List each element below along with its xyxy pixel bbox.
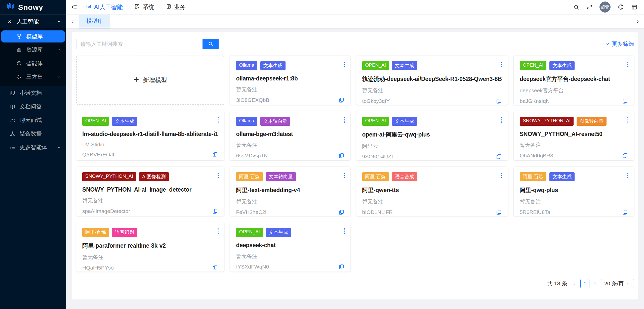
model-code-row: spaAiImageDetector (82, 208, 218, 214)
card-more-menu-icon[interactable] (344, 173, 345, 178)
card-more-menu-icon[interactable] (501, 173, 502, 178)
card-more-menu-icon[interactable] (501, 62, 502, 67)
card-more-menu-icon[interactable] (344, 117, 345, 123)
model-card[interactable]: SNOWY_PYTHON_AIAI图像检测 SNOWY_PYTHON_AI-ai… (76, 167, 224, 216)
copy-icon[interactable] (622, 153, 628, 159)
search-icon[interactable] (573, 4, 579, 10)
layout-icon[interactable] (631, 4, 637, 10)
avatar[interactable]: 超管 (599, 2, 611, 13)
search-button[interactable] (203, 39, 219, 49)
card-more-menu-icon[interactable] (218, 117, 219, 123)
model-title: SNOWY_PYTHON_AI-ai_image_detector (82, 186, 218, 193)
globe-icon[interactable] (618, 4, 624, 10)
model-card[interactable]: OPEN_AI文本生成 lm-studio-deepseek-r1-distil… (76, 111, 224, 160)
tabs-scroll-left-icon[interactable] (66, 15, 79, 28)
model-remark: 暂无备注 (362, 87, 502, 94)
topnav-label: AI人工智能 (94, 3, 123, 11)
pagination-total: 共 13 条 (547, 280, 567, 287)
copy-icon[interactable] (496, 209, 502, 215)
sidebar-item-model-library[interactable]: 模型库 (1, 30, 65, 42)
model-tag-row: SNOWY_PYTHON_AI图像转向量 (520, 117, 628, 126)
copy-icon[interactable] (212, 208, 218, 214)
model-code: spaAiImageDetector (82, 208, 130, 214)
model-card[interactable]: 阿里-百炼文本转向量 阿里-text-embedding-v4 暂无备注 FeV… (230, 167, 350, 216)
copy-icon[interactable] (338, 209, 344, 215)
card-more-menu-icon[interactable] (627, 173, 629, 178)
card-more-menu-icon[interactable] (501, 117, 502, 123)
search-input[interactable] (76, 39, 203, 49)
model-card[interactable]: OPEN_AI文本生成 轨迹流动-deepseek-ai/DeepSeek-R1… (356, 56, 508, 105)
more-filter-link[interactable]: 更多筛选 (605, 40, 634, 48)
card-more-menu-icon[interactable] (627, 117, 629, 123)
page-size-select[interactable]: 20 条/页 (601, 279, 634, 288)
model-tag: SNOWY_PYTHON_AI (520, 117, 574, 126)
sidebar-item-doc-qa[interactable]: 文档问答 (0, 100, 66, 113)
more-filter-label: 更多筛选 (612, 40, 634, 48)
topnav-item-system[interactable]: 系统 (134, 3, 154, 11)
snowy-logo-icon (6, 2, 15, 13)
brand-name: Snowy (18, 3, 43, 12)
copy-icon[interactable] (212, 152, 218, 158)
model-card[interactable]: 阿里-百炼文本生成 阿里-qwq-plus 暂无备注 5R6REiU8Ta (514, 167, 634, 216)
copy-icon[interactable] (622, 209, 628, 215)
topnav-item-ai[interactable]: AI人工智能 (86, 3, 123, 11)
model-card[interactable]: OPEN_AI文本生成 deepseek-chat 暂无备注 IYSXdFWqN… (230, 222, 350, 272)
model-card[interactable]: 阿里-百炼语音识别 阿里-paraformer-realtime-8k-v2 暂… (76, 222, 224, 272)
fullscreen-icon[interactable] (586, 4, 592, 10)
sidebar-item-agent[interactable]: 智能体 (0, 57, 66, 70)
sidebar: Snowy 人工智能 模型库 资源库 (0, 0, 66, 309)
model-card[interactable]: 阿里-百炼语音合成 阿里-qwen-tts 暂无备注 bIOD1NLIFR (356, 167, 508, 216)
top-header: AI人工智能 系统 业务 超管 (66, 0, 644, 14)
tabs-scroll-right-icon[interactable] (631, 15, 644, 28)
pagination-next-icon[interactable] (593, 281, 597, 286)
card-more-menu-icon[interactable] (627, 62, 629, 67)
sidebar-item-third-party[interactable]: 三方集 (0, 70, 66, 84)
model-code: 9SO6Cr4UZT (362, 154, 394, 160)
tab-bar: 模型库 (66, 15, 644, 29)
model-code: 6ssMDvspTN (236, 153, 268, 159)
topnav-label: 业务 (174, 3, 186, 11)
sidebar-group-ai[interactable]: 人工智能 (0, 14, 66, 28)
model-tag: 阿里-百炼 (362, 172, 389, 181)
card-more-menu-icon[interactable] (344, 228, 345, 234)
list-icon (10, 144, 16, 150)
copy-icon[interactable] (496, 154, 502, 160)
copy-icon[interactable] (622, 98, 628, 104)
model-tag-row: OPEN_AI文本生成 (236, 228, 344, 237)
copy-icon[interactable] (212, 265, 218, 271)
model-card[interactable]: SNOWY_PYTHON_AI图像转向量 SNOWY_PYTHON_AI-res… (514, 111, 634, 160)
sidebar-item-more-agents[interactable]: 更多智能体 (0, 141, 66, 154)
model-tag: 文本生成 (549, 172, 575, 181)
model-code-row: 9SO6Cr4UZT (362, 154, 502, 160)
model-tag: OPEN_AI (362, 61, 389, 70)
sidebar-item-label: 资源库 (26, 46, 43, 54)
sidebar-item-chat-interview[interactable]: 聊天面试 (0, 113, 66, 127)
copy-icon[interactable] (496, 98, 502, 104)
model-tag: 语音合成 (392, 172, 417, 181)
sidebar-item-aggregate-data[interactable]: 聚合数据 (0, 127, 66, 141)
pagination-page-1[interactable]: 1 (580, 279, 589, 288)
card-more-menu-icon[interactable] (218, 173, 219, 178)
topnav-item-business[interactable]: 业务 (166, 3, 186, 11)
menu-fold-icon[interactable] (71, 4, 77, 10)
card-more-menu-icon[interactable] (344, 62, 345, 67)
model-card[interactable]: OPEN_AI文本生成 opem-ai-阿里云-qwq-plus 阿里云 9SO… (356, 111, 508, 160)
model-card[interactable]: Ollama文本转向量 ollama-bge-m3:latest 暂无备注 6s… (230, 111, 350, 160)
card-more-menu-icon[interactable] (218, 228, 219, 234)
model-card[interactable]: Ollama文本生成 ollama-deepseek-r1:8b 暂无备注 3I… (230, 56, 350, 105)
sidebar-item-resource-library[interactable]: 资源库 (0, 43, 66, 57)
sidebar-item-snowy-docs[interactable]: 小诺文档 (0, 86, 66, 100)
model-card[interactable]: OPEN_AI文本生成 deepseek官方平台-deepseek-chat d… (514, 56, 634, 105)
copy-icon[interactable] (338, 153, 344, 159)
copy-icon[interactable] (338, 264, 344, 270)
tab-model-library[interactable]: 模型库 (79, 15, 110, 28)
model-code: QhANd0gBR8 (520, 153, 553, 159)
pagination-prev-icon[interactable] (572, 281, 577, 286)
chevron-up-icon (57, 19, 61, 24)
appstore-icon (134, 4, 140, 11)
model-code: 5R6REiU8Ta (520, 209, 550, 215)
copy-icon[interactable] (338, 97, 344, 103)
add-model-card[interactable]: 新增模型 (76, 56, 224, 105)
model-title: ollama-bge-m3:latest (236, 131, 344, 138)
brand-logo[interactable]: Snowy (0, 0, 66, 14)
